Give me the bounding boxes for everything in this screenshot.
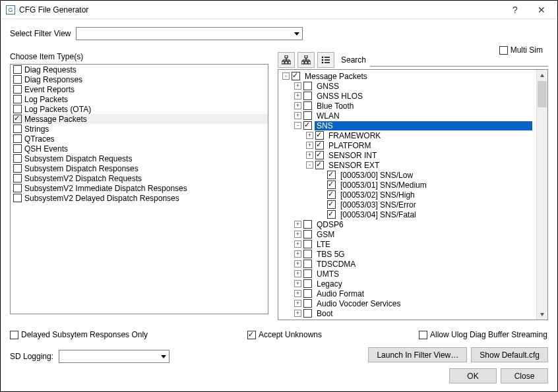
delayed-responses-option[interactable]: Delayed Subsytem Responses Only bbox=[10, 330, 148, 339]
item-type-row[interactable]: Message Packets bbox=[11, 114, 268, 124]
expand-icon[interactable]: + bbox=[294, 280, 301, 287]
item-type-row[interactable]: QSH Events bbox=[11, 144, 268, 154]
multisim-checkbox[interactable] bbox=[499, 46, 508, 55]
tree-row[interactable]: +GNSS HLOS bbox=[278, 91, 536, 101]
expand-icon[interactable]: + bbox=[294, 240, 301, 248]
item-type-row[interactable]: Log Packets bbox=[11, 94, 268, 104]
item-type-row[interactable]: Event Reports bbox=[11, 84, 268, 94]
tree-row[interactable]: +SENSOR INT bbox=[278, 150, 536, 160]
tree-checkbox[interactable] bbox=[327, 181, 336, 189]
expand-icon[interactable]: + bbox=[294, 310, 301, 317]
item-type-checkbox[interactable] bbox=[13, 194, 22, 202]
item-type-row[interactable]: SubsystemV2 Delayed Dispatch Responses bbox=[11, 193, 268, 203]
expand-icon[interactable]: + bbox=[294, 290, 301, 297]
item-type-row[interactable]: Log Packets (OTA) bbox=[11, 104, 268, 114]
tree-checkbox[interactable] bbox=[303, 111, 312, 120]
item-type-checkbox[interactable] bbox=[13, 184, 22, 192]
ulog-checkbox[interactable] bbox=[419, 331, 427, 339]
tree-row[interactable]: [00053/01] SNS/Medium bbox=[278, 180, 536, 190]
scroll-up-button[interactable] bbox=[537, 70, 547, 81]
expand-icon[interactable]: + bbox=[294, 231, 301, 238]
collapse-icon[interactable]: - bbox=[306, 161, 313, 169]
tree-row[interactable]: +UMTS bbox=[278, 269, 536, 279]
item-type-checkbox[interactable] bbox=[13, 174, 22, 182]
delayed-responses-checkbox[interactable] bbox=[10, 331, 18, 339]
tree-row[interactable]: +Audio Format bbox=[278, 289, 536, 298]
tree-row[interactable]: +Audio Vocoder Services bbox=[278, 298, 536, 308]
tree-checkbox[interactable] bbox=[327, 171, 336, 179]
expand-icon[interactable]: + bbox=[294, 102, 301, 109]
tree-row[interactable]: [00053/03] SNS/Error bbox=[278, 200, 536, 210]
tree-row[interactable]: +FRAMEWORK bbox=[278, 130, 536, 140]
scroll-down-button[interactable] bbox=[537, 308, 547, 320]
tree-checkbox[interactable] bbox=[303, 82, 312, 90]
tree-checkbox[interactable] bbox=[327, 200, 336, 209]
expand-icon[interactable]: + bbox=[306, 152, 313, 159]
tree-checkbox[interactable] bbox=[303, 121, 312, 130]
tree-checkbox[interactable] bbox=[292, 72, 300, 80]
item-type-checkbox[interactable] bbox=[13, 105, 22, 113]
item-type-checkbox[interactable] bbox=[13, 154, 22, 163]
expand-icon[interactable]: + bbox=[294, 300, 301, 307]
accept-unknowns-checkbox[interactable] bbox=[247, 331, 256, 339]
item-type-checkbox[interactable] bbox=[13, 95, 22, 103]
multisim-option[interactable]: Multi Sim bbox=[499, 45, 543, 55]
tree-checkbox[interactable] bbox=[303, 260, 312, 268]
show-default-cfg-button[interactable]: Show Default.cfg bbox=[471, 347, 548, 362]
tree-row[interactable]: [00053/02] SNS/High bbox=[278, 190, 536, 200]
item-type-row[interactable]: Subsystem Dispatch Responses bbox=[11, 163, 268, 173]
tree-checkbox[interactable] bbox=[303, 101, 312, 110]
tree-row[interactable]: -SNS bbox=[278, 121, 536, 130]
tree-checkbox[interactable] bbox=[315, 131, 324, 140]
tree-row[interactable]: +Boot bbox=[278, 308, 536, 318]
item-type-row[interactable]: SubsystemV2 Immediate Dispatch Responses bbox=[11, 183, 268, 193]
tree-checkbox[interactable] bbox=[303, 289, 312, 298]
tree-row[interactable]: +QDSP6 bbox=[278, 219, 536, 229]
filter-view-dropdown[interactable] bbox=[76, 27, 303, 40]
tree-checkbox[interactable] bbox=[303, 279, 312, 288]
tree-row[interactable]: +WLAN bbox=[278, 111, 536, 121]
tree-expand-button[interactable] bbox=[278, 52, 295, 68]
tree-checkbox[interactable] bbox=[303, 269, 312, 278]
expand-icon[interactable]: + bbox=[294, 112, 301, 119]
item-type-row[interactable]: Diag Responses bbox=[11, 74, 268, 84]
item-type-checkbox[interactable] bbox=[13, 144, 22, 153]
message-tree[interactable]: -Message Packets+GNSS+GNSS HLOS+Blue Too… bbox=[278, 70, 536, 320]
collapse-icon[interactable]: - bbox=[294, 122, 301, 129]
item-type-checkbox[interactable] bbox=[13, 125, 22, 133]
expand-icon[interactable]: + bbox=[294, 82, 301, 90]
tree-checkbox[interactable] bbox=[303, 92, 312, 100]
tree-row[interactable]: -SENSOR EXT bbox=[278, 160, 536, 170]
tree-row[interactable]: +Blue Tooth bbox=[278, 101, 536, 111]
expand-icon[interactable]: + bbox=[294, 250, 301, 258]
item-type-list[interactable]: Diag RequestsDiag ResponsesEvent Reports… bbox=[10, 64, 268, 314]
tree-row[interactable]: +GNSS bbox=[278, 81, 536, 91]
ulog-option[interactable]: Allow Ulog Diag Buffer Streaming bbox=[419, 330, 547, 339]
item-type-row[interactable]: Subsystem Dispatch Requests bbox=[11, 154, 268, 163]
tree-list-button[interactable] bbox=[317, 52, 334, 68]
tree-row[interactable]: +TBS 5G bbox=[278, 249, 536, 259]
accept-unknowns-option[interactable]: Accept Unknowns bbox=[247, 330, 322, 339]
ok-button[interactable]: OK bbox=[449, 368, 497, 383]
expand-icon[interactable]: + bbox=[294, 260, 301, 267]
search-input[interactable] bbox=[370, 53, 548, 67]
item-type-checkbox[interactable] bbox=[13, 85, 22, 94]
tree-row[interactable]: [00053/00] SNS/Low bbox=[278, 170, 536, 180]
tree-checkbox[interactable] bbox=[303, 220, 312, 229]
tree-row[interactable]: +Legacy bbox=[278, 279, 536, 289]
tree-row[interactable]: [00053/04] SNS/Fatal bbox=[278, 210, 536, 219]
item-type-row[interactable]: SubsystemV2 Dispatch Requests bbox=[11, 173, 268, 183]
expand-icon[interactable]: + bbox=[306, 132, 313, 139]
expand-icon[interactable]: + bbox=[294, 270, 301, 277]
close-button[interactable]: Close bbox=[501, 368, 548, 383]
tree-checkbox[interactable] bbox=[303, 240, 312, 248]
tree-scrollbar[interactable] bbox=[536, 70, 547, 320]
item-type-checkbox[interactable] bbox=[13, 164, 22, 173]
sd-logging-dropdown[interactable] bbox=[59, 350, 170, 363]
item-type-checkbox[interactable] bbox=[13, 134, 22, 143]
scroll-thumb[interactable] bbox=[538, 81, 547, 107]
expand-icon[interactable]: + bbox=[294, 221, 301, 228]
tree-collapse-button[interactable] bbox=[297, 52, 315, 68]
tree-checkbox[interactable] bbox=[303, 230, 312, 238]
tree-row[interactable]: +PLATFORM bbox=[278, 140, 536, 150]
